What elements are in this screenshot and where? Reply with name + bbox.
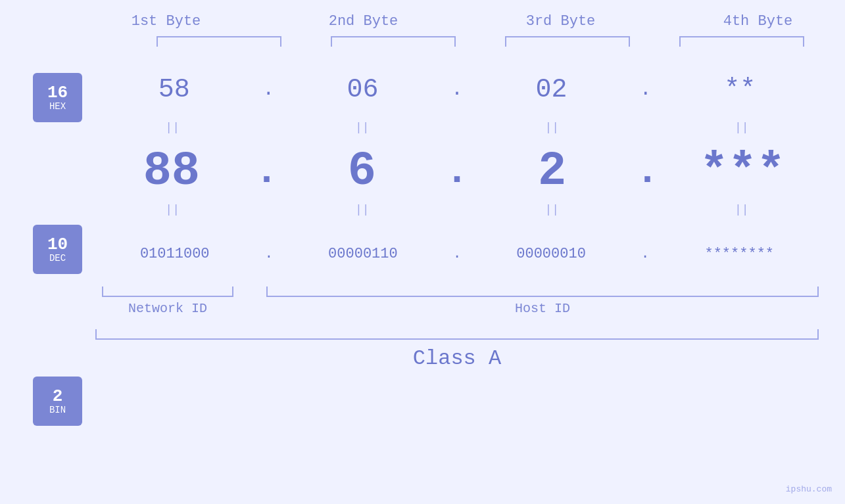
bin-badge: 2 BIN — [33, 377, 82, 426]
equals-row-1: || || || || — [95, 116, 819, 139]
eq1-2: || — [293, 121, 431, 134]
content-area: 16 HEX 10 DEC 2 BIN 58 . — [0, 53, 845, 426]
host-id-bracket-container: Host ID — [266, 286, 819, 316]
hex-byte-2-cell: 06 — [294, 75, 432, 104]
id-brackets-area: Network ID Host ID — [95, 286, 819, 316]
hex-byte-4-cell: ** — [671, 75, 809, 104]
hex-byte-3: 02 — [535, 75, 567, 104]
bin-byte-1-cell: 01011000 — [106, 246, 244, 262]
class-bracket-area: Class A — [95, 329, 819, 371]
dec-byte-2: 6 — [348, 145, 376, 198]
dec-byte-3-cell: 2 — [483, 145, 621, 198]
bin-name: BIN — [49, 405, 66, 415]
top-brackets-row — [132, 36, 829, 47]
dec-byte-3: 2 — [538, 145, 566, 198]
hex-dot-1: . — [262, 78, 274, 101]
hex-badge: 16 HEX — [33, 73, 82, 122]
host-id-label: Host ID — [266, 301, 819, 316]
dec-byte-1-cell: 88 — [103, 145, 241, 198]
bin-number: 2 — [53, 387, 63, 406]
eq1-4: || — [673, 121, 811, 134]
hex-byte-4: ** — [724, 75, 756, 104]
byte-headers-row: 1st Byte 2nd Byte 3rd Byte 4th Byte — [68, 13, 846, 30]
eq2-2: || — [293, 203, 431, 216]
bin-byte-1: 01011000 — [140, 246, 210, 262]
byte-header-1: 1st Byte — [101, 13, 232, 30]
bin-dot-3: . — [641, 246, 650, 262]
equals-row-2: || || || || — [95, 198, 819, 221]
bin-byte-4-cell: ******** — [670, 246, 808, 262]
bin-dot-1: . — [264, 246, 273, 262]
main-container: 1st Byte 2nd Byte 3rd Byte 4th Byte 16 H… — [0, 0, 845, 504]
data-rows-area: 58 . 06 . 02 . ** || || — [82, 53, 845, 371]
dec-byte-1: 88 — [143, 145, 200, 198]
top-bracket-3 — [505, 36, 630, 47]
hex-dot-2: . — [451, 78, 463, 101]
bin-byte-4: ******** — [704, 246, 774, 262]
dec-dot-1: . — [255, 149, 279, 194]
top-bracket-4 — [679, 36, 804, 47]
byte-header-2: 2nd Byte — [298, 13, 429, 30]
hex-data-row: 58 . 06 . 02 . ** — [95, 63, 819, 116]
bin-dot-2: . — [452, 246, 461, 262]
hex-byte-1: 58 — [158, 75, 190, 104]
dec-badge: 10 DEC — [33, 225, 82, 274]
dec-dot-2: . — [445, 149, 469, 194]
class-bracket — [95, 329, 819, 340]
class-label: Class A — [95, 346, 819, 371]
watermark: ipshu.com — [786, 484, 832, 494]
dec-data-row: 88 . 6 . 2 . *** — [95, 145, 819, 198]
dec-number: 10 — [47, 235, 68, 254]
dec-dot-3: . — [635, 149, 659, 194]
base-labels-column: 16 HEX 10 DEC 2 BIN — [0, 53, 82, 426]
dec-byte-4: *** — [700, 145, 785, 198]
eq1-1: || — [103, 121, 241, 134]
hex-byte-3-cell: 02 — [482, 75, 620, 104]
top-bracket-1 — [157, 36, 281, 47]
hex-byte-2: 06 — [347, 75, 379, 104]
hex-name: HEX — [49, 102, 66, 112]
eq2-3: || — [483, 203, 621, 216]
network-id-bracket-container: Network ID — [95, 286, 240, 316]
byte-header-4: 4th Byte — [692, 13, 824, 30]
bin-byte-3-cell: 00000010 — [482, 246, 620, 262]
host-id-bracket — [266, 286, 819, 297]
dec-name: DEC — [49, 254, 66, 263]
bin-byte-2-cell: 00000110 — [294, 246, 432, 262]
eq2-4: || — [673, 203, 811, 216]
bin-byte-3: 00000010 — [516, 246, 586, 262]
bin-byte-2: 00000110 — [328, 246, 398, 262]
hex-byte-1-cell: 58 — [105, 75, 243, 104]
eq2-1: || — [103, 203, 241, 216]
top-bracket-2 — [331, 36, 456, 47]
bin-data-row: 01011000 . 00000110 . 00000010 . *******… — [95, 227, 819, 280]
dec-byte-4-cell: *** — [673, 145, 811, 198]
network-id-label: Network ID — [95, 301, 240, 316]
dec-byte-2-cell: 6 — [293, 145, 431, 198]
network-id-bracket — [102, 286, 233, 297]
eq1-3: || — [483, 121, 621, 134]
hex-dot-3: . — [640, 78, 652, 101]
byte-header-3: 3rd Byte — [495, 13, 627, 30]
hex-number: 16 — [47, 83, 68, 103]
